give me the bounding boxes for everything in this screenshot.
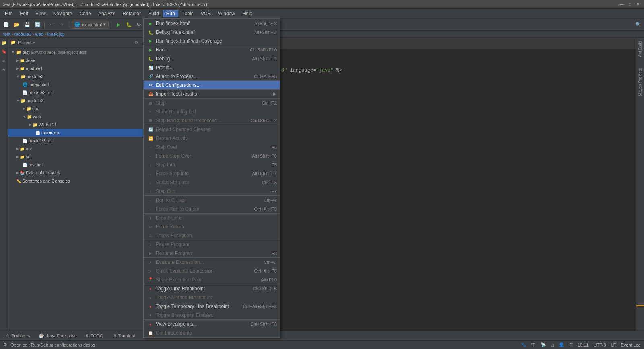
tree-indexhtml[interactable]: 🌐 index.html	[8, 80, 149, 88]
breadcrumb-indexjsp[interactable]: index.jsp	[47, 32, 65, 37]
current-file: index.html	[82, 22, 102, 27]
menu-analyze[interactable]: Analyze	[95, 10, 119, 17]
bottom-tabs: ⚠ Problems ☕ Java Enterprise 6: TODO 🖥 T…	[0, 331, 644, 340]
toolbar-debug[interactable]: 🐛	[124, 20, 133, 29]
toolbar-run[interactable]: ▶	[114, 20, 123, 29]
menu-help[interactable]: Help	[239, 10, 256, 17]
tab-terminal[interactable]: 🖥 Terminal	[108, 332, 139, 340]
menu-edit[interactable]: Edit	[17, 10, 31, 17]
menu-code[interactable]: Code	[76, 10, 94, 17]
toolbar-sync[interactable]: 🔄	[33, 20, 42, 29]
tree-scratches[interactable]: ✏️ Scratches and Consoles	[8, 177, 149, 185]
bookmark-icon[interactable]: 🔖	[1, 48, 7, 55]
breadcrumb-module3[interactable]: module3	[14, 32, 31, 37]
tree-src[interactable]: ▶ 📁 src	[8, 105, 149, 113]
tree-module3iml[interactable]: 📄 module3.iml	[8, 137, 149, 145]
status-right: 🐾 中 📡 □ 👤 ⊞ 10:11 UTF-8 LF Event Log	[521, 342, 641, 348]
tree-web[interactable]: ▼ 📁 web	[8, 113, 149, 121]
tab-problems[interactable]: ⚠ Problems	[2, 332, 34, 340]
menu-tools[interactable]: Tools	[179, 10, 197, 17]
status-paw-icon[interactable]: 🐾	[521, 342, 526, 347]
sep2	[69, 21, 69, 28]
tree-module3[interactable]: ▼ 📁 module3	[8, 96, 149, 105]
menu-navigate[interactable]: Navigate	[50, 10, 75, 17]
status-bar: ⚙ Open edit Run/Debug configurations dia…	[0, 340, 644, 349]
tab-todo[interactable]: 6: TODO	[82, 332, 107, 340]
breadcrumb-bar: test › module3 › web › index.jsp	[0, 31, 644, 38]
tree-module2[interactable]: ▼ 📁 module2	[8, 72, 149, 80]
menu-file[interactable]: File	[2, 10, 16, 17]
tree-testiml[interactable]: 📄 test.iml	[8, 161, 149, 169]
menu-vcs[interactable]: VCS	[198, 10, 214, 17]
panel-title-label: Project	[18, 40, 31, 45]
tree-module1[interactable]: ▶ 📁 module1	[8, 64, 149, 72]
main-layout: 📁 🔖 ≡ ★ 📁 Project ▾ ⚙ — ▼ 📁 test E:	[0, 38, 644, 331]
status-line-col: 10:11	[578, 343, 589, 347]
tree-idea[interactable]: ▶ 📁 .idea	[8, 56, 149, 64]
structure-icon[interactable]: ≡	[1, 57, 7, 64]
breadcrumb-test[interactable]: test	[3, 32, 10, 37]
toolbar-back[interactable]: ←	[47, 20, 56, 29]
status-separator[interactable]: LF	[611, 343, 616, 347]
tree-indexjsp[interactable]: 📄 index.jsp	[8, 129, 149, 137]
tree-src2[interactable]: ▶ 📁 src	[8, 153, 149, 161]
panel-collapse-icon[interactable]: —	[140, 40, 146, 45]
java-icon: ☕	[39, 333, 44, 338]
panel-dropdown[interactable]: ▾	[33, 40, 35, 45]
ant-build-label[interactable]: Ant Build	[637, 39, 643, 59]
status-wifi-icon[interactable]: 📡	[541, 342, 546, 347]
maximize-button[interactable]: □	[627, 2, 633, 7]
toolbar-save[interactable]: 💾	[23, 20, 31, 29]
panel-title: 📁 Project ▾	[10, 40, 35, 45]
toolbar-new[interactable]: 📄	[2, 20, 10, 29]
toolbar-open[interactable]: 📂	[12, 20, 21, 29]
minimize-button[interactable]: —	[619, 2, 625, 7]
tree-module2iml[interactable]: 📄 module2.iml	[8, 88, 149, 96]
status-grid-icon[interactable]: ⊞	[569, 342, 573, 347]
panel-title-icon: 📁	[10, 40, 16, 45]
menu-run[interactable]: Run	[163, 10, 178, 17]
toolbar-right: 🔍	[634, 20, 642, 29]
toolbar-coverage[interactable]: 🛡	[135, 20, 144, 29]
toolbar-forward[interactable]: →	[58, 20, 66, 29]
tree-webinf[interactable]: ▶ 📁 WEB-INF	[8, 121, 149, 129]
panel-header: 📁 Project ▾ ⚙ —	[8, 38, 149, 47]
file-selector[interactable]: 🌐 index.html ▾	[72, 21, 109, 29]
code-editor[interactable]: File | Settings | File Templates. <%@ pa…	[149, 49, 644, 331]
show-settings-link[interactable]: Show Settings	[205, 41, 233, 46]
tree-external-libraries[interactable]: ▶ 📚 External Libraries	[8, 169, 149, 177]
event-log[interactable]: Event Log	[621, 343, 641, 347]
menu-refactor[interactable]: Refactor	[120, 10, 144, 17]
dropdown-icon: ▾	[103, 22, 106, 27]
status-encoding[interactable]: UTF-8	[593, 343, 606, 347]
project-icon[interactable]: 📁	[1, 39, 7, 46]
breadcrumb-web[interactable]: web	[35, 32, 43, 37]
status-zh-icon[interactable]: 中	[531, 342, 536, 348]
code-line-3: <%@ page contentType="text/html;charset=…	[154, 67, 639, 74]
editor-area: OK Indent with 4 spaces Show Settings × …	[149, 38, 644, 331]
menu-window[interactable]: Window	[215, 10, 238, 17]
window-controls[interactable]: — □ ✕	[619, 2, 641, 7]
favorites-icon[interactable]: ★	[1, 66, 7, 72]
indent-label: Indent with 4 spaces	[162, 41, 202, 46]
status-box-icon[interactable]: □	[551, 343, 554, 347]
tab-java-enterprise[interactable]: ☕ Java Enterprise	[35, 332, 80, 340]
close-button[interactable]: ✕	[635, 2, 641, 7]
toolbar: 📄 📂 💾 🔄 ← → 🌐 index.html ▾ ▶ 🐛 🛡 ⏹ 🔍	[0, 18, 644, 31]
maven-projects-label[interactable]: Maven Projects	[637, 67, 643, 98]
tree-root[interactable]: ▼ 📁 test E:\workspace\ideaProjects\test	[8, 48, 149, 56]
hint-ok[interactable]: OK	[152, 41, 159, 46]
status-user-icon[interactable]: 👤	[559, 342, 564, 347]
menu-build[interactable]: Build	[145, 10, 162, 17]
panel-settings-icon[interactable]: ⚙	[133, 40, 139, 45]
status-message: Open edit Run/Debug configurations dialo…	[10, 343, 95, 347]
window-title: test [E:\workspace\ideaProjects\test] - …	[3, 2, 207, 7]
project-tree: ▼ 📁 test E:\workspace\ideaProjects\test …	[8, 47, 149, 331]
search-icon[interactable]: 🔍	[634, 20, 642, 29]
orange-mark	[636, 305, 644, 306]
toolbar-stop[interactable]: ⏹	[145, 20, 154, 29]
status-icon: ⚙	[3, 342, 7, 347]
menu-view[interactable]: View	[32, 10, 49, 17]
editor-hint-bar: OK Indent with 4 spaces Show Settings ×	[149, 38, 644, 49]
tree-out[interactable]: ▶ 📁 out	[8, 145, 149, 153]
